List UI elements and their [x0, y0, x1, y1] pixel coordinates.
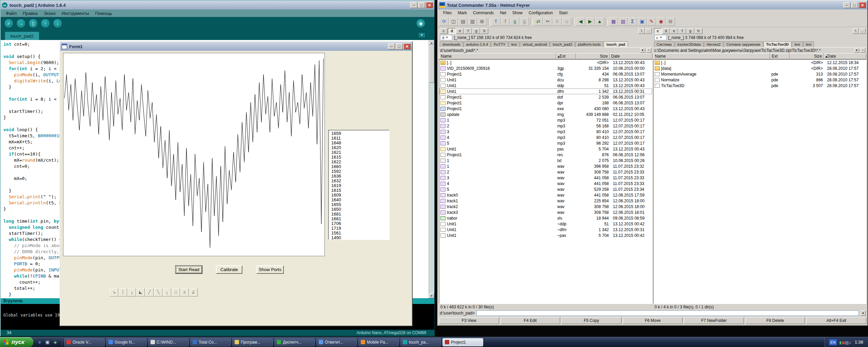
tc-icon-multi-rename[interactable]: ▣ [637, 17, 647, 26]
file-row[interactable]: MomentumAveragepde31328.08.2010 17:57 [654, 71, 866, 77]
taskbar-task[interactable]: Oracle V... [64, 338, 105, 346]
reading-value[interactable]: 1615 [331, 188, 389, 193]
taskbar-task[interactable]: Mobile Pa... [358, 338, 399, 346]
form1-titlebar[interactable]: Form1 ─ □ ✕ [60, 42, 412, 51]
chart-tool-button[interactable]: ╱ [145, 288, 154, 297]
taskbar-task[interactable]: C:\WIND... [148, 338, 189, 346]
taskbar-task[interactable]: Project1 [442, 338, 483, 346]
chart-tool-button[interactable]: ┐ [163, 288, 171, 297]
file-row[interactable]: naborxls18 94409.06.2015 08:59 [439, 215, 652, 221]
root-button[interactable]: \ [852, 28, 859, 34]
show-ports-button[interactable]: Show Ports [256, 265, 284, 274]
calibrate-button[interactable]: Calibrate [216, 265, 242, 274]
scroll-thumb[interactable] [429, 45, 434, 83]
tc-menu-item[interactable]: Files [440, 10, 455, 16]
file-row[interactable]: Unit1~ddp5113.12.2015 00:42 [439, 221, 652, 227]
reading-value[interactable]: 1650 [331, 207, 389, 212]
tc-icon-forward[interactable]: ▶ [586, 17, 595, 26]
column-header-date[interactable]: ▴Date [824, 53, 866, 59]
column-header-ext[interactable]: ▴Ext [556, 53, 576, 59]
reading-value[interactable]: 1490 [331, 236, 389, 240]
start-button[interactable]: пуск [0, 337, 33, 347]
reading-value[interactable]: 1632 [331, 179, 389, 183]
chart-tool-button[interactable]: ╲ [154, 288, 162, 297]
reading-value[interactable]: 1659 [331, 131, 389, 136]
file-row[interactable]: Unit1pas5 70413.12.2015 00:43 [439, 146, 652, 152]
taskbar-task[interactable]: Ответит... [316, 338, 357, 346]
arduino-titlebar[interactable]: ∞ touch_pad2 | Arduino 1.6.4 ─ □ ✕ [1, 1, 434, 9]
close-button[interactable]: ✕ [859, 2, 866, 8]
drive-button-c[interactable]: c [654, 28, 662, 34]
tc-icon-unpack[interactable]: ▧ [618, 17, 628, 26]
file-row[interactable]: track3wav308 75812.06.2015 18:01 [439, 209, 652, 215]
tc-titlebar[interactable]: Total Commander 7.55a - Helmut Feyrer ─ … [438, 1, 867, 9]
reading-value[interactable]: 1648 [331, 141, 389, 145]
drive-button-f[interactable]: f [464, 28, 472, 34]
drive-button-f[interactable]: f [678, 28, 686, 34]
file-row[interactable]: 3wav441 05811.07.2015 23:33 [439, 175, 652, 181]
panel-tab-lexi[interactable]: lexi [792, 41, 803, 47]
panel-tab-touch_pad[interactable]: touch_pad [604, 41, 628, 47]
file-row[interactable]: 4wav441 05811.07.2015 23:33 [439, 181, 652, 186]
file-row[interactable]: Unit1~dfm1 34213.12.2015 00:31 [439, 227, 652, 232]
chart-tool-button[interactable]: ≤ [180, 288, 189, 297]
file-row[interactable]: Unit1ddp5113.12.2015 00:43 [439, 83, 652, 88]
file-row[interactable]: 1mp372 05112.07.2015 00:17 [439, 117, 652, 123]
reading-value[interactable]: 1592 [331, 169, 389, 174]
file-row[interactable]: [..]<DIR>13.12.2015 00:43 [439, 60, 652, 65]
file-row[interactable]: [data]<DIR>28.08.2010 17:57 [654, 65, 866, 71]
panel-tab-virtual_android[interactable]: virtual_android [520, 41, 550, 47]
current-path[interactable]: c:\Documents and Settings\almt\Мои докум… [654, 48, 853, 53]
function-button-f5[interactable]: F5 Copy [561, 317, 622, 324]
volume-icon[interactable]: ♪ [849, 340, 851, 345]
tc-icon-net-connect[interactable]: g [520, 17, 529, 26]
column-header-size[interactable]: Size [790, 53, 824, 59]
file-row[interactable]: track1wav225 85412.06.2015 18:00 [439, 198, 652, 204]
antivirus-icon[interactable]: ▮ [839, 340, 842, 345]
root-button[interactable]: \ [638, 28, 645, 34]
tc-menu-item[interactable]: Show [509, 10, 526, 16]
arduino-menu-item[interactable]: Инструменты [59, 10, 92, 17]
drive-button-g[interactable]: g [472, 28, 480, 34]
open-sketch-button[interactable]: ↑ [41, 19, 50, 28]
language-indicator[interactable]: EN [829, 339, 837, 345]
function-button-f6[interactable]: F6 Move [623, 317, 683, 324]
tc-menu-item[interactable]: Start [556, 10, 570, 16]
file-row[interactable]: Normalizepde86628.08.2010 17:57 [654, 77, 866, 83]
drive-button-d[interactable]: d [448, 28, 456, 34]
editor-scrollbar[interactable]: ▲ ▼ [429, 40, 434, 298]
reading-value[interactable]: 1640 [331, 198, 389, 202]
reading-value[interactable]: 1611 [331, 136, 389, 141]
reading-value[interactable]: 1719 [331, 226, 389, 231]
panel-tab-lexi[interactable]: lexi [509, 41, 520, 47]
tc-icon-full-view[interactable]: ▤ [458, 17, 468, 26]
tc-icon-home[interactable]: ⌂ [562, 17, 571, 26]
drive-button-e[interactable]: e [456, 28, 464, 34]
file-row[interactable]: Unit1dcu8 29813.12.2015 00:43 [439, 77, 652, 83]
tc-icon-back[interactable]: ◀ [576, 17, 585, 26]
file-row[interactable]: 4mp380 41012.07.2015 00:17 [439, 135, 652, 140]
updir-button[interactable]: .. [645, 28, 652, 34]
reading-value[interactable]: 1622 [331, 160, 389, 164]
tab-menu-button[interactable]: ▼ [418, 32, 426, 38]
taskbar-task[interactable]: Диспетч... [274, 338, 315, 346]
file-row[interactable]: Unit1dfm1 34213.12.2015 00:31 [439, 88, 652, 94]
tc-icon-refresh[interactable]: ⟳ [439, 17, 449, 26]
function-button-alt+f4[interactable]: Alt+F4 Exit [806, 317, 866, 324]
tc-icon-record[interactable]: ◉ [656, 17, 666, 26]
reading-value[interactable]: 1660 [331, 164, 389, 169]
drive-button-e[interactable]: e [670, 28, 678, 34]
favorites-button[interactable]: * [860, 48, 865, 53]
file-row[interactable]: Project1cfg43406.06.2015 13:07 [439, 71, 652, 77]
tc-icon-ftp-url[interactable]: g [510, 17, 519, 26]
chart-tool-button[interactable]: ◣ [136, 288, 145, 297]
reading-value[interactable]: 1681 [331, 212, 389, 217]
file-row[interactable]: updateimg439 149 88802.11.2012 10:05 [439, 111, 652, 117]
function-button-f7[interactable]: F7 NewFolder [684, 317, 744, 324]
command-line-input[interactable] [476, 310, 859, 316]
close-button[interactable]: ✕ [403, 43, 411, 49]
maximize-button[interactable]: □ [396, 43, 403, 49]
chart-tool-button[interactable]: □ [172, 288, 180, 297]
favorites-button[interactable]: * [646, 48, 651, 53]
drive-button-h[interactable]: h [480, 28, 488, 34]
